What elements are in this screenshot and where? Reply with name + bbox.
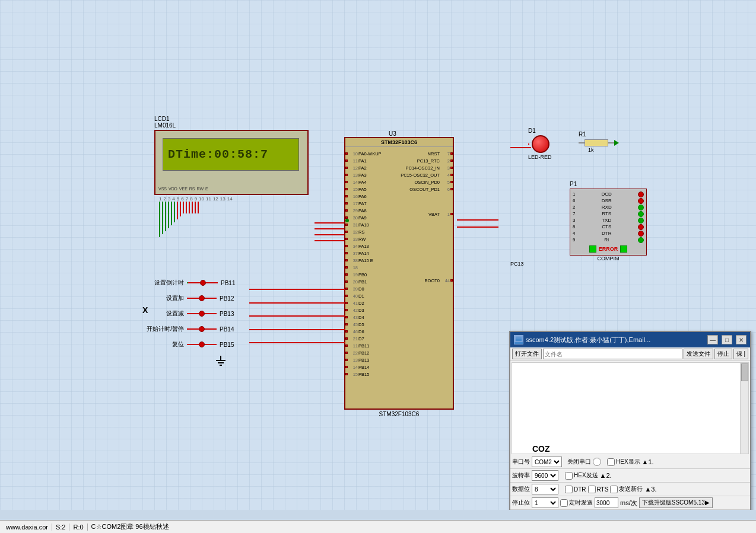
sscom-window[interactable]: sscom4.2测试版,作者:聂小猛(丁丁),Email... — □ ✕ 打开…	[509, 331, 751, 510]
lcd-body: DTime:00:58:7 VSS VDD VEE RS RW E	[154, 130, 309, 195]
svg-rect-4	[515, 336, 522, 341]
pin-led-cts	[638, 224, 644, 230]
data-label: 数据位	[512, 485, 530, 493]
resistor-body: 1k	[585, 139, 608, 146]
pin-led-dsr	[638, 198, 644, 204]
sscom-scrollbar[interactable]	[740, 363, 748, 454]
status-s: S:2	[52, 524, 70, 531]
com-select[interactable]: COM2	[532, 457, 562, 467]
mcu-left-pins: 10 PA0-WKUP 11PA1 12PA2 13PA3 14PA4 15PA…	[345, 150, 382, 378]
file-name-input[interactable]	[543, 349, 682, 359]
lcd-pin-numbers: 1 2 3 4 5 6 7 8 9 10 11 12 13 14	[154, 196, 309, 202]
rts-checkbox[interactable]	[588, 486, 596, 493]
btn-pb14-row: 开始计时/暂停 PB14	[142, 325, 235, 333]
coz-label: COZ	[532, 444, 550, 454]
serial-port-name: P1	[570, 181, 647, 187]
svg-rect-6	[516, 342, 521, 343]
send-new-label: 发送新行	[619, 485, 643, 493]
hex-send-label: HEX发送	[574, 471, 598, 480]
baud-select[interactable]: 9600	[532, 470, 558, 481]
lcd-vertical-lines	[159, 202, 309, 237]
main-status-bar: www.daxia.cor S:2 R:0 C☆COM2图章 96桃钻秋述	[0, 520, 756, 533]
triangle2-label: ▲2.	[600, 472, 612, 479]
interval-input[interactable]	[595, 497, 618, 508]
wire-mcu-serial1	[457, 219, 498, 221]
led-name: D1	[528, 127, 552, 134]
junction-dot-1	[345, 219, 349, 222]
mcu-part-number: STM32F103C6	[345, 138, 453, 147]
send-new-checkbox[interactable]	[610, 486, 618, 493]
btn-pb11-circle	[200, 280, 206, 286]
sscom-settings-row1: 串口号 COM2 关闭串口 HEX显示 ▲1.	[510, 455, 750, 469]
sscom-settings-row2: 波特率 9600 HEX发送 ▲2.	[510, 469, 750, 483]
btn-pb14-circle	[199, 326, 205, 332]
resistor-component: R1 1k	[579, 139, 619, 146]
btn-pb15-row: 复位 PB15	[142, 340, 235, 349]
pin-led-dcd	[638, 192, 644, 197]
wire-mcu-serial2	[457, 226, 498, 228]
pin-led-txd	[638, 218, 644, 224]
dtr-checkbox[interactable]	[565, 486, 573, 493]
status-com: C☆COM2图章 96桃钻秋述	[88, 522, 173, 531]
triangle1-label: ▲1.	[642, 458, 654, 465]
wire-pb14-mcu	[249, 329, 345, 330]
x-mark: X	[142, 305, 148, 315]
status-url: www.daxia.cor	[2, 524, 52, 531]
btn-pb15-circle	[199, 341, 205, 347]
hex-send-checkbox[interactable]	[565, 472, 573, 480]
button-group: 设置倒计时 PB11 设置加 PB12 设置减	[142, 279, 235, 369]
stop-button[interactable]: 停止	[714, 349, 732, 359]
sscom-content-area	[512, 362, 749, 454]
btn-pb15-name: PB15	[220, 341, 234, 348]
serial-port-component: P1 1DCD 6DSR 2RXD 7RTS 3TXD	[570, 181, 647, 261]
pin-led-rxd	[638, 205, 644, 210]
send-file-button[interactable]: 发送文件	[684, 349, 713, 359]
timed-send-label: 定时发送	[569, 499, 593, 507]
btn-pb12-name: PB12	[220, 295, 234, 302]
wire-lcd-mcu4	[315, 240, 344, 241]
open-file-button[interactable]: 打开文件	[512, 349, 542, 359]
btn-pb13-row: 设置减 PB13	[142, 309, 235, 318]
lcd-label1: LCD1	[154, 116, 309, 122]
pc13-wire	[510, 147, 531, 148]
data-select[interactable]: 8	[532, 484, 558, 494]
pin-led-rts	[638, 211, 644, 217]
timed-send-checkbox[interactable]	[560, 499, 568, 507]
stop-select[interactable]: 1	[532, 497, 558, 508]
btn-pb13-name: PB13	[220, 311, 234, 317]
resistor-name: R1	[579, 131, 586, 138]
hex-display-label: HEX显示	[616, 458, 640, 466]
status-r: R:0	[69, 524, 87, 531]
lcd-screen: DTime:00:58:7	[163, 138, 299, 171]
sscom-scrollbar-thumb[interactable]	[741, 363, 748, 381]
com-label: 串口号	[512, 458, 530, 466]
serial-port-body: 1DCD 6DSR 2RXD 7RTS 3TXD 8CTS	[570, 189, 647, 256]
btn-pb14-label: 开始计时/暂停	[142, 325, 184, 333]
wire-lcd-mcu2	[315, 228, 344, 229]
wire-pb12-mcu	[249, 302, 345, 304]
sscom-toolbar: 打开文件 发送文件 停止 保 |	[510, 347, 750, 361]
sscom-close-button[interactable]: ✕	[736, 335, 747, 344]
sscom-minimize-button[interactable]: —	[707, 335, 718, 344]
btn-pb14-name: PB14	[220, 326, 234, 333]
schematic-canvas: LCD1 LM016L DTime:00:58:7 VSS VDD VEE RS…	[0, 0, 756, 510]
mcu-bottom-label: STM32F103C6	[344, 411, 454, 417]
wire-pb11-mcu	[249, 289, 345, 290]
mcu-right-pins: NRST 7 PC13_RTC2 PC14-OSC32_IN3 PC15-OSC…	[401, 150, 453, 284]
download-btn[interactable]: 下载升级版SSCOM5.13▶	[639, 497, 713, 508]
save-button[interactable]: 保 |	[733, 349, 748, 359]
lcd-pins: VSS VDD VEE RS RW E	[158, 187, 208, 191]
mcu-name: U3	[389, 130, 498, 137]
sscom-titlebar: sscom4.2测试版,作者:聂小猛(丁丁),Email... — □ ✕	[510, 332, 750, 347]
btn-pb13-label: 设置减	[142, 309, 184, 318]
btn-pb11-row: 设置倒计时 PB11	[142, 279, 235, 287]
rts-label: RTS	[597, 486, 609, 493]
close-com-label: 关闭串口	[567, 458, 591, 466]
hex-display-checkbox[interactable]	[607, 458, 615, 466]
sscom-maximize-button[interactable]: □	[722, 335, 732, 344]
output-arrow-icon	[614, 140, 619, 146]
close-com-radio[interactable]	[593, 458, 601, 466]
btn-pb12-row: 设置加 PB12	[142, 294, 235, 302]
sscom-settings-row4: 停止位 1 定时发送 ms/次 下载升级版SSCOM5.13▶	[510, 496, 750, 510]
error-indicator: ERROR	[573, 245, 644, 253]
